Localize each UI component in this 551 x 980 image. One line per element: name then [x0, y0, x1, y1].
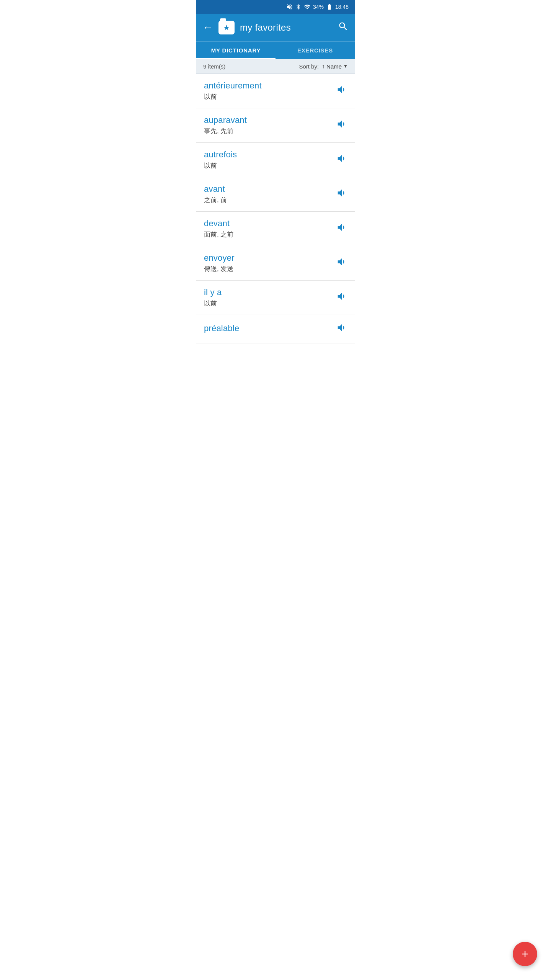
item-text: antérieurement 以前: [204, 81, 332, 101]
tab-my-dictionary[interactable]: MY DICTIONARY: [196, 42, 276, 59]
dictionary-list: antérieurement 以前 auparavant 事先, 先前 autr…: [196, 74, 355, 343]
item-text: préalable: [204, 323, 332, 335]
translation: 傳送, 发送: [204, 265, 332, 273]
sound-button[interactable]: [336, 118, 348, 132]
item-text: auparavant 事先, 先前: [204, 115, 332, 136]
translation: 以前: [204, 92, 332, 101]
sort-by-label: Sort by:: [299, 63, 319, 70]
sort-field: Name: [326, 63, 342, 70]
item-text: autrefois 以前: [204, 150, 332, 170]
word: il y a: [204, 287, 332, 297]
sound-button[interactable]: [336, 291, 348, 305]
sort-value[interactable]: ↑ Name ▼: [322, 63, 348, 70]
sound-button[interactable]: [336, 222, 348, 236]
word: autrefois: [204, 150, 332, 160]
sort-dropdown-icon: ▼: [343, 64, 348, 69]
sound-button[interactable]: [336, 322, 348, 336]
list-item[interactable]: envoyer 傳送, 发送: [196, 246, 355, 281]
folder-icon: ★: [218, 21, 235, 34]
sound-button[interactable]: [336, 187, 348, 201]
list-item[interactable]: autrefois 以前: [196, 143, 355, 177]
word: envoyer: [204, 253, 332, 263]
time: 18:48: [335, 4, 349, 10]
signal-icon: [304, 3, 311, 10]
list-item[interactable]: antérieurement 以前: [196, 74, 355, 108]
tabs-bar: MY DICTIONARY EXERCISES: [196, 41, 355, 59]
back-button[interactable]: ←: [202, 21, 213, 34]
word: préalable: [204, 323, 332, 333]
item-count: 9 item(s): [203, 63, 225, 70]
list-item[interactable]: auparavant 事先, 先前: [196, 108, 355, 143]
status-bar: 34% 18:48: [196, 0, 355, 14]
sound-button[interactable]: [336, 256, 348, 270]
sound-button[interactable]: [336, 153, 348, 167]
list-item[interactable]: préalable: [196, 315, 355, 343]
sound-button[interactable]: [336, 84, 348, 98]
star-icon: ★: [223, 23, 230, 32]
list-item[interactable]: il y a 以前: [196, 281, 355, 315]
search-button[interactable]: [338, 21, 349, 34]
word: devant: [204, 219, 332, 229]
list-item[interactable]: avant 之前, 前: [196, 177, 355, 212]
translation: 以前: [204, 161, 332, 170]
sort-bar: 9 item(s) Sort by: ↑ Name ▼: [196, 59, 355, 74]
app-bar: ← ★ my favorites: [196, 14, 355, 41]
item-text: devant 面前, 之前: [204, 219, 332, 239]
sort-control[interactable]: Sort by: ↑ Name ▼: [299, 63, 348, 70]
word: avant: [204, 184, 332, 194]
translation: 面前, 之前: [204, 230, 332, 239]
word: antérieurement: [204, 81, 332, 91]
tab-exercises[interactable]: EXERCISES: [276, 42, 355, 59]
item-text: envoyer 傳送, 发送: [204, 253, 332, 273]
battery-icon: [326, 3, 333, 10]
battery-level: 34%: [313, 4, 324, 10]
translation: 以前: [204, 299, 332, 308]
app-bar-left: ← ★ my favorites: [202, 21, 291, 34]
list-item[interactable]: devant 面前, 之前: [196, 212, 355, 246]
item-text: avant 之前, 前: [204, 184, 332, 204]
app-title: my favorites: [240, 22, 291, 33]
bluetooth-icon: [295, 3, 302, 10]
mute-icon: [286, 3, 293, 10]
status-icons: 34% 18:48: [286, 3, 349, 10]
translation: 之前, 前: [204, 196, 332, 204]
item-text: il y a 以前: [204, 287, 332, 308]
translation: 事先, 先前: [204, 127, 332, 136]
word: auparavant: [204, 115, 332, 125]
sort-direction-icon: ↑: [322, 63, 325, 70]
